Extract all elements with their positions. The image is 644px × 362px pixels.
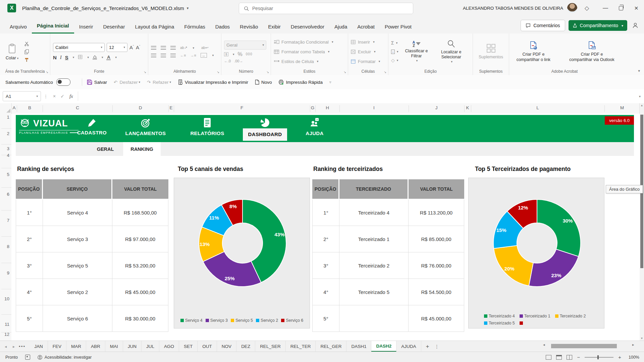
- ribbon-tab-revis-o[interactable]: Revisão: [235, 21, 263, 34]
- ribbon-tab-power-pivot[interactable]: Power Pivot: [380, 21, 417, 34]
- vendors-chart-area[interactable]: 30%23%20%15%12% Terceirizado 4Terceiriza…: [468, 178, 604, 328]
- restore-button[interactable]: [613, 0, 629, 16]
- new-sheet-button[interactable]: +: [426, 341, 429, 352]
- table-cell[interactable]: Serviço 2: [43, 279, 112, 305]
- ribbon-tab-desenvolvedor[interactable]: Desenvolvedor: [286, 21, 329, 34]
- legend-item-terceirizado-4[interactable]: Terceirizado 4: [484, 314, 515, 318]
- qat-customize-icon[interactable]: ▿: [329, 80, 331, 84]
- ribbon-tab-layout-da-p-gina[interactable]: Layout da Página: [130, 21, 179, 34]
- clear-button[interactable]: ◇▾: [391, 57, 398, 64]
- sheet-tab-fev[interactable]: FEV: [48, 341, 66, 352]
- undo-button[interactable]: ↶ Desfazer▾: [114, 79, 140, 85]
- ribbon-tab-f-rmulas[interactable]: Fórmulas: [179, 21, 210, 34]
- paste-button[interactable]: Colar▾: [3, 36, 21, 68]
- fill-button[interactable]: ↓▾: [391, 48, 398, 55]
- sheet-list-icon[interactable]: •••: [19, 341, 25, 352]
- table-cell[interactable]: Terceirizado 5: [339, 279, 409, 305]
- column-header-g[interactable]: G: [311, 105, 315, 110]
- table-cell[interactable]: 2°: [16, 226, 43, 252]
- row-header-7[interactable]: 7: [7, 218, 9, 223]
- table-cell[interactable]: Serviço 4: [43, 199, 112, 226]
- sheet-tab-ago[interactable]: AGO: [159, 341, 179, 352]
- align-top-icon[interactable]: [151, 46, 156, 50]
- row-header-1[interactable]: 1: [7, 115, 9, 120]
- ribbon-tab-dados[interactable]: Dados: [210, 21, 235, 34]
- table-cell[interactable]: 2°: [312, 226, 339, 252]
- increase-indent-icon[interactable]: →≡: [190, 53, 196, 57]
- row-header-6[interactable]: 6: [7, 192, 9, 197]
- legend-item-servi-o-3[interactable]: Serviço 3: [206, 318, 228, 323]
- delete-cells-button[interactable]: Excluir▾: [351, 48, 380, 56]
- column-header-e[interactable]: E: [169, 105, 172, 110]
- scroll-down-icon[interactable]: ▼: [640, 337, 644, 340]
- table-cell[interactable]: 1°: [16, 199, 43, 226]
- align-left-icon[interactable]: [151, 54, 156, 57]
- conditional-formatting-button[interactable]: Formatação Condicional▾: [274, 38, 333, 46]
- name-box[interactable]: A1▾: [3, 91, 41, 101]
- ribbon-tab-acrobat[interactable]: Acrobat: [352, 21, 380, 34]
- sheet-tab-dez[interactable]: DEZ: [236, 341, 255, 352]
- page-layout-view-button[interactable]: [556, 355, 562, 360]
- cut-button[interactable]: [24, 40, 29, 48]
- table-cell[interactable]: R$ 113.200,00: [409, 199, 464, 226]
- dialog-launcher-icon[interactable]: ↘: [46, 70, 48, 74]
- align-bottom-icon[interactable]: [170, 46, 176, 50]
- tab-ranking[interactable]: RANKING: [123, 142, 161, 156]
- dialog-launcher-icon[interactable]: ↘: [144, 70, 146, 74]
- dialog-launcher-icon[interactable]: ↘: [384, 70, 386, 74]
- fill-chevron-icon[interactable]: ▾: [102, 56, 103, 59]
- table-cell[interactable]: R$ 45.000,00: [112, 279, 168, 305]
- legend-item-terceirizado-2[interactable]: Terceirizado 2: [555, 314, 586, 318]
- column-header-k[interactable]: K: [466, 105, 469, 110]
- column-header-l[interactable]: L: [536, 105, 539, 110]
- sheet-tab-ajuda[interactable]: AJUDA: [396, 341, 421, 352]
- cell-styles-button[interactable]: Estilos de Célula▾: [274, 57, 333, 65]
- normal-view-button[interactable]: [546, 355, 551, 360]
- expand-formula-bar-icon[interactable]: ▾: [639, 95, 641, 98]
- close-button[interactable]: ×: [629, 0, 644, 16]
- zoom-slider[interactable]: [585, 357, 613, 358]
- font-size-select[interactable]: 12▾: [107, 43, 127, 52]
- row-header-5[interactable]: 5: [7, 172, 9, 177]
- borders-button[interactable]: [77, 54, 83, 61]
- ribbon-tab-p-gina-inicial[interactable]: Página Inicial: [32, 20, 74, 34]
- comma-style-icon[interactable]: 000: [246, 52, 253, 56]
- decrease-decimal-icon[interactable]: .00→: [234, 59, 243, 63]
- row-header-8[interactable]: 8: [7, 244, 9, 249]
- orientation-icon[interactable]: ab↗: [180, 46, 187, 50]
- hscroll-left-icon[interactable]: ◂: [543, 343, 545, 347]
- macro-record-icon[interactable]: [25, 355, 30, 360]
- format-as-table-button[interactable]: Formatar como Tabela▾: [274, 48, 333, 56]
- format-painter-button[interactable]: [24, 56, 29, 64]
- legend-item-servi-o-6[interactable]: Serviço 6: [281, 318, 303, 323]
- row-header-3[interactable]: 3: [7, 146, 9, 151]
- collapse-ribbon-icon[interactable]: ▾: [638, 69, 640, 73]
- zoom-out-button[interactable]: −: [577, 354, 580, 360]
- premium-diamond-icon[interactable]: ◇: [585, 5, 589, 12]
- row-header-9[interactable]: 9: [7, 270, 9, 276]
- table-cell[interactable]: R$ 30.000,00: [112, 305, 168, 332]
- column-header-b[interactable]: B: [28, 105, 31, 110]
- sheet-prev-icon[interactable]: ◂: [5, 344, 7, 349]
- table-cell[interactable]: R$ 76.000,00: [409, 252, 464, 279]
- user-avatar[interactable]: [567, 3, 577, 13]
- align-middle-icon[interactable]: [161, 46, 166, 50]
- legend-item-terceirizado-1[interactable]: Terceirizado 1: [520, 314, 550, 318]
- sheet-tab-rel-ser[interactable]: REL_SER: [255, 341, 286, 352]
- nav-ajuda[interactable]: ? AJUDA: [286, 117, 343, 136]
- ribbon-tab-desenhar[interactable]: Desenhar: [98, 21, 130, 34]
- formula-input[interactable]: [78, 92, 636, 101]
- align-right-icon[interactable]: [170, 54, 176, 57]
- sheet-tab-mar[interactable]: MAR: [66, 341, 86, 352]
- ribbon-tab-ajuda[interactable]: Ajuda: [329, 21, 352, 34]
- sheet-next-icon[interactable]: ▸: [13, 344, 15, 349]
- print-preview-button[interactable]: Visualizar Impressão e Imprimir: [178, 79, 248, 85]
- font-name-select[interactable]: Calibri▾: [53, 43, 105, 52]
- increase-font-icon[interactable]: Aˆ: [129, 45, 134, 50]
- sheet-tab-dash2[interactable]: DASH2: [371, 341, 396, 352]
- borders-chevron-icon[interactable]: ▾: [87, 56, 89, 59]
- table-cell[interactable]: 1°: [312, 199, 339, 226]
- table-cell[interactable]: 3°: [16, 252, 43, 279]
- horizontal-scroll-thumb[interactable]: [551, 344, 617, 348]
- table-cell[interactable]: R$ 53.200,00: [112, 252, 168, 279]
